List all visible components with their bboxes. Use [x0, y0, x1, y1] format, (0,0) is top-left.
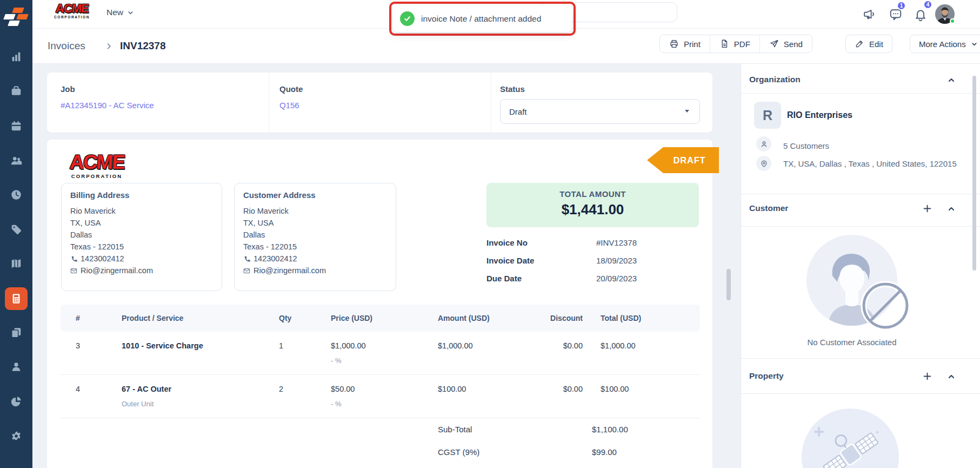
invoices-active-item[interactable]: [5, 287, 28, 310]
right-details-panel: Organization R RIO Enterprises 5 Custome…: [741, 64, 980, 468]
invoice-detail-page: ACME CORPORATION New 1 4 invoice Note / …: [0, 0, 980, 468]
property-section-title: Property: [749, 371, 784, 381]
collapse-chevron-icon[interactable]: [947, 372, 956, 383]
customer-zip: Texas - 122015: [243, 241, 387, 253]
organization-avatar: R: [754, 102, 781, 129]
invoice-date-label: Invoice Date: [486, 256, 534, 265]
col-qty: Qty: [279, 314, 291, 322]
quote-label: Quote: [279, 84, 303, 94]
cgst-value: $99.00: [592, 447, 617, 457]
billing-name: Rio Maverick: [70, 205, 213, 217]
chevron-down-icon: [971, 41, 978, 48]
quote-link[interactable]: Q156: [279, 101, 299, 110]
team-users-icon[interactable]: [0, 155, 32, 167]
timesheet-clock-icon[interactable]: [0, 189, 32, 201]
organization-address: TX, USA, Dallas , Texas , United States,…: [783, 157, 970, 171]
chevron-down-icon: [127, 9, 134, 16]
subtotal-value: $1,100.00: [592, 425, 628, 434]
invoice-company-logo: ACME CORPORATION: [62, 151, 132, 179]
phone-icon: [70, 255, 77, 262]
status-dropdown[interactable]: Draft: [500, 99, 700, 124]
organization-section-title: Organization: [749, 75, 801, 84]
annotation-highlight-box: invoice Note / attachment added: [389, 2, 576, 36]
edit-button[interactable]: Edit: [845, 35, 892, 53]
zuper-logo[interactable]: [0, 2, 32, 28]
print-button[interactable]: Print: [660, 35, 710, 52]
divider: [741, 226, 980, 227]
company-logo-text: ACME: [55, 2, 89, 15]
add-customer-icon[interactable]: [923, 204, 932, 215]
customer-state: TX, USA: [243, 217, 387, 229]
no-property-illustration: [802, 408, 899, 468]
reports-pie-icon[interactable]: [0, 396, 32, 407]
content-scrollbar[interactable]: [726, 269, 731, 300]
location-pin-icon: [756, 156, 771, 171]
col-discount: Discount: [545, 314, 583, 322]
add-property-icon[interactable]: [923, 372, 932, 383]
total-amount-box: TOTAL AMOUNT $1,441.00: [486, 183, 699, 227]
collapse-chevron-icon[interactable]: [947, 205, 956, 215]
status-value: Draft: [509, 107, 527, 116]
online-status-dot: [950, 18, 955, 24]
no-customer-illustration: [806, 235, 915, 332]
billing-address-title: Billing Address: [70, 190, 213, 200]
documents-copy-icon[interactable]: [0, 327, 32, 339]
billing-state: TX, USA: [70, 217, 213, 229]
divider: [491, 72, 491, 133]
jobs-briefcase-icon[interactable]: [0, 85, 32, 97]
chat-badge: 1: [897, 1, 906, 10]
breadcrumb-chevron-icon: [105, 42, 113, 52]
notifications-bell-icon[interactable]: [914, 8, 928, 24]
pricebook-tag-icon[interactable]: [0, 223, 32, 235]
settings-gear-icon[interactable]: [0, 430, 32, 442]
job-link[interactable]: #A12345190 - AC Service: [61, 101, 154, 110]
subtotal-label: Sub-Total: [438, 425, 472, 434]
job-quote-status-card: Job #A12345190 - AC Service Quote Q156 S…: [47, 72, 712, 133]
collapse-chevron-icon[interactable]: [947, 76, 956, 87]
toast-message: invoice Note / attachment added: [421, 14, 541, 24]
billing-city: Dallas: [70, 229, 213, 241]
due-date-label: Due Date: [486, 274, 522, 283]
new-dropdown[interactable]: New: [106, 8, 134, 17]
billing-phone: 1423002412: [81, 253, 124, 265]
table-header-row: # Product / Service Qty Price (USD) Amou…: [61, 305, 700, 332]
announcements-megaphone-icon[interactable]: [863, 8, 876, 23]
pdf-button[interactable]: PDF: [710, 35, 759, 52]
more-actions-button[interactable]: More Actions: [910, 35, 980, 53]
no-customer-text: No Customer Associated: [741, 338, 963, 347]
breadcrumb-invoices[interactable]: Invoices: [48, 40, 85, 52]
divider: [741, 393, 980, 394]
col-price: Price (USD): [331, 314, 372, 322]
panel-scrollbar[interactable]: [972, 76, 976, 271]
calendar-icon[interactable]: [0, 120, 32, 132]
status-label: Status: [500, 84, 525, 94]
col-total: Total (USD): [601, 314, 641, 322]
due-date-value: 20/09/2023: [596, 274, 637, 283]
notifications-badge: 4: [923, 0, 932, 9]
customer-person-icon[interactable]: [0, 361, 32, 373]
send-button[interactable]: Send: [759, 35, 812, 52]
company-logo-subtext: CORPORATION: [48, 15, 96, 19]
total-amount-label: TOTAL AMOUNT: [486, 189, 699, 199]
email-icon: [243, 267, 250, 274]
pdf-file-icon: [719, 39, 729, 49]
new-dropdown-label: New: [106, 8, 123, 17]
col-number: #: [76, 314, 80, 322]
edit-pencil-icon: [855, 39, 864, 49]
cgst-label: CGST (9%): [438, 447, 479, 457]
customer-phone: 1423002412: [254, 253, 297, 265]
user-avatar[interactable]: [935, 4, 955, 24]
left-sidebar: [0, 0, 32, 468]
customer-address-title: Customer Address: [243, 190, 387, 200]
divider: [741, 194, 980, 194]
chevron-down-icon: [683, 107, 691, 116]
billing-address-card: Billing Address Rio Maverick TX, USA Dal…: [61, 183, 222, 291]
draft-status-ribbon: DRAFT: [647, 147, 719, 173]
customer-section-title: Customer: [749, 203, 788, 213]
job-label: Job: [61, 84, 75, 94]
line-items-table: # Product / Service Qty Price (USD) Amou…: [61, 305, 700, 418]
table-row: 3 1010 - Service Charge 1 $1,000.00 - % …: [61, 332, 700, 375]
map-icon[interactable]: [0, 258, 32, 269]
divider: [269, 72, 269, 133]
dashboard-icon[interactable]: [0, 51, 32, 63]
